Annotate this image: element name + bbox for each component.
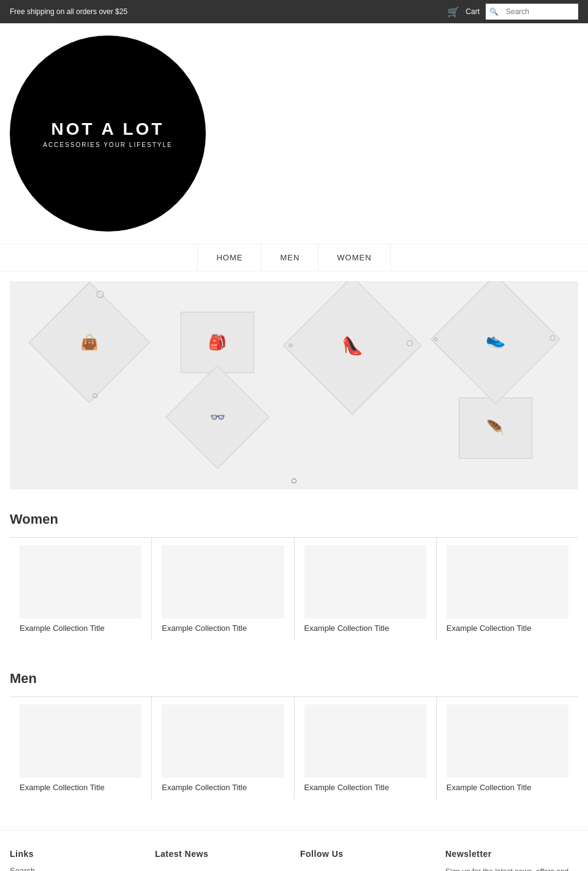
footer-follow-heading: Follow Us bbox=[300, 849, 433, 859]
cart-icon[interactable]: 🛒 bbox=[447, 6, 459, 18]
women-collection-3[interactable]: Example Collection Title bbox=[295, 538, 437, 640]
footer-search-link[interactable]: Search bbox=[10, 866, 143, 871]
footer-news-col: Latest News bbox=[155, 849, 288, 871]
women-collection-4-title: Example Collection Title bbox=[447, 624, 532, 633]
search-icon: 🔍 bbox=[489, 7, 499, 16]
men-collection-1[interactable]: Example Collection Title bbox=[10, 697, 152, 799]
women-collection-1-image bbox=[20, 545, 141, 619]
illus-bag: 🎒 bbox=[181, 312, 254, 373]
men-collection-2[interactable]: Example Collection Title bbox=[152, 697, 294, 799]
footer-follow-col: Follow Us bbox=[300, 849, 433, 871]
men-collection-3-title: Example Collection Title bbox=[304, 783, 390, 792]
men-collection-grid: Example Collection Title Example Collect… bbox=[10, 696, 578, 799]
men-collection-2-title: Example Collection Title bbox=[162, 783, 247, 792]
footer-links-col: Links Search bbox=[10, 849, 143, 871]
women-collection-1[interactable]: Example Collection Title bbox=[10, 538, 152, 640]
women-collection-2[interactable]: Example Collection Title bbox=[152, 538, 294, 640]
search-wrapper: 🔍 bbox=[486, 4, 578, 20]
nav-home[interactable]: HOME bbox=[197, 244, 262, 271]
women-collection-2-title: Example Collection Title bbox=[162, 624, 247, 633]
nav-men[interactable]: MEN bbox=[262, 244, 318, 271]
slideshow-dots bbox=[292, 478, 296, 483]
cart-label[interactable]: Cart bbox=[466, 7, 480, 16]
women-collection-1-title: Example Collection Title bbox=[20, 624, 105, 633]
men-collection-4-image bbox=[447, 704, 568, 778]
footer-links-heading: Links bbox=[10, 849, 143, 859]
header: NOT A LOT ACCESSORIES YOUR LIFESTYLE bbox=[0, 23, 588, 244]
footer-newsletter-text: Sign up for the latest news, offers and … bbox=[445, 866, 578, 871]
top-bar-right: 🛒 Cart 🔍 bbox=[447, 4, 578, 20]
men-collection-1-title: Example Collection Title bbox=[20, 783, 105, 792]
illus-shoe: 👟 bbox=[431, 281, 560, 404]
dot-1[interactable] bbox=[292, 478, 296, 483]
men-collection-1-image bbox=[20, 704, 141, 778]
logo-title: NOT A LOT bbox=[51, 119, 165, 139]
men-collection-3[interactable]: Example Collection Title bbox=[295, 697, 437, 799]
logo: NOT A LOT ACCESSORIES YOUR LIFESTYLE bbox=[10, 36, 206, 232]
shipping-notice: Free shipping on all orders over $25 bbox=[10, 7, 127, 16]
nav-women[interactable]: WOMEN bbox=[318, 244, 390, 271]
women-collection-4[interactable]: Example Collection Title bbox=[437, 538, 578, 640]
top-bar: Free shipping on all orders over $25 🛒 C… bbox=[0, 0, 588, 23]
footer-newsletter-heading: Newsletter bbox=[445, 849, 578, 859]
slideshow: 👜 🎒 👓 👠 👟 � bbox=[10, 281, 578, 489]
illus-glasses: 👓 bbox=[165, 365, 270, 469]
illus-handbag: 👜 bbox=[29, 282, 150, 403]
slideshow-illustration: 👜 🎒 👓 👠 👟 � bbox=[10, 281, 578, 489]
women-collection-3-image bbox=[304, 545, 426, 619]
women-collection-4-image bbox=[447, 545, 568, 619]
footer-grid: Links Search Latest News Follow Us Newsl… bbox=[10, 849, 578, 871]
women-collection-grid: Example Collection Title Example Collect… bbox=[10, 537, 578, 640]
illus-feather: 🪶 bbox=[459, 398, 532, 459]
women-collection-3-title: Example Collection Title bbox=[304, 624, 390, 633]
footer-news-heading: Latest News bbox=[155, 849, 288, 859]
men-section: Men Example Collection Title Example Col… bbox=[0, 658, 588, 805]
women-section: Women Example Collection Title Example C… bbox=[0, 499, 588, 646]
men-collection-4-title: Example Collection Title bbox=[447, 783, 532, 792]
footer-newsletter-col: Newsletter Sign up for the latest news, … bbox=[445, 849, 578, 871]
men-section-title: Men bbox=[10, 671, 578, 687]
footer: Links Search Latest News Follow Us Newsl… bbox=[0, 830, 588, 871]
women-collection-2-image bbox=[162, 545, 284, 619]
women-section-title: Women bbox=[10, 511, 578, 527]
logo-subtitle: ACCESSORIES YOUR LIFESTYLE bbox=[43, 141, 172, 148]
men-collection-2-image bbox=[162, 704, 284, 778]
search-input[interactable] bbox=[501, 5, 575, 18]
men-collection-3-image bbox=[304, 704, 426, 778]
main-nav: HOME MEN WOMEN bbox=[0, 244, 588, 271]
men-collection-4[interactable]: Example Collection Title bbox=[437, 697, 578, 799]
illus-heel: 👠 bbox=[283, 281, 421, 415]
